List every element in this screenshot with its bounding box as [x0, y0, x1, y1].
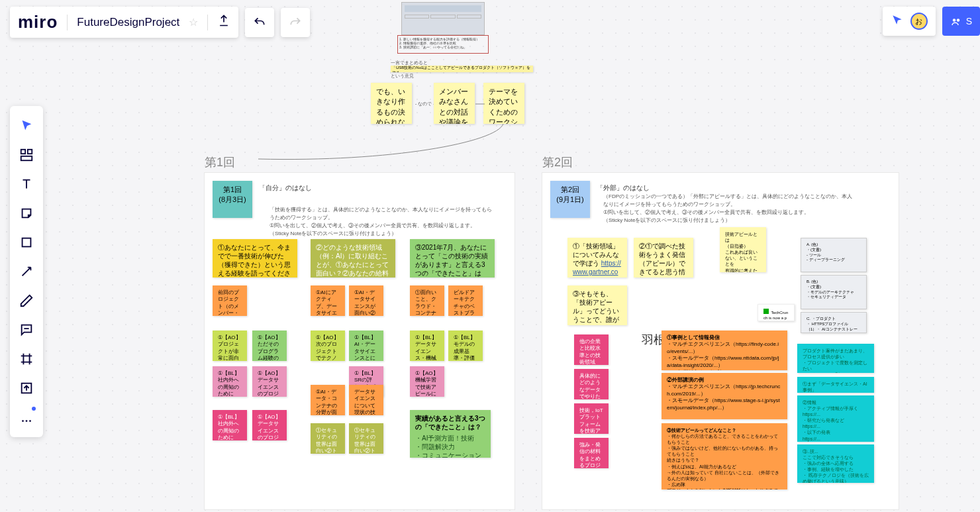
side-note[interactable]: 技術アピールとは （目指姿） これあれば良いない、ということを 有識的に考えたと… — [720, 227, 766, 272]
select-tool[interactable] — [13, 113, 40, 139]
summary-sub: という意見 — [391, 73, 414, 79]
sticky-note[interactable]: ①AIにアクティブ、データサイエンス、ソフトウェア・技術で面白い②いまだ指のせい — [311, 285, 345, 316]
techcrunch-card[interactable]: TechCrunch is now a part of Verizon Medi… — [758, 304, 795, 321]
comment-tool[interactable] — [13, 317, 40, 343]
frame-1[interactable]: 第1回 第1回 (8月3日) 「自分」のはなし 「技術を獲得する」とは、具体的に… — [204, 172, 515, 510]
connector-line — [258, 123, 523, 179]
sticky-note[interactable]: データサイエンスについて現状の技術持っている感覚 — [349, 385, 383, 415]
sticky-note[interactable]: ①【BL】モデルの成果基準・評価が重要 — [448, 331, 483, 361]
teal-note[interactable]: ②情報 ・アクティブ情報が手厚く https://... ・研究だら発表など h… — [797, 395, 874, 442]
upload-tool[interactable] — [13, 375, 40, 401]
sticky-note[interactable]: 強み・発信の材料をまとめるプロジェクト — [574, 438, 609, 468]
sticky-note[interactable]: ①【AO】機械学習で技術アピールになりそう — [410, 366, 444, 397]
frame2-title: 「外部」のはなし — [597, 183, 650, 193]
line-tool[interactable] — [13, 258, 40, 285]
sticky-tool[interactable] — [13, 200, 40, 227]
star-icon[interactable]: ☆ — [189, 16, 198, 28]
title: ②外部講演の例 — [667, 377, 782, 384]
red-highlight-box[interactable]: 1. 新しい情報を獲得する能力を評価する（情報取得） 2. 情報獲得の進捗、他社… — [397, 35, 489, 54]
svg-point-9 — [29, 420, 31, 422]
undo-button[interactable] — [245, 8, 274, 37]
summary-title: 実績があると言える3つの「できたこと」は？ — [415, 414, 485, 431]
frame1-q3[interactable]: ③2021年7月、あなたにとって「この技術の実績があります」と言える3つの「でき… — [410, 239, 495, 278]
title: ①事例として情報発信 — [667, 334, 782, 341]
svg-rect-2 — [21, 150, 25, 154]
sticky-note[interactable]: ①【AO】ただそのプログラム経験の間 — [252, 331, 287, 361]
collab-box: お — [883, 7, 936, 36]
sticky-note[interactable]: ①【BL】AI・データサイエンスとにかく — [349, 331, 383, 361]
frame1-badge[interactable]: 第1回 (8月3日) — [213, 181, 252, 218]
teal-note[interactable]: プロダクト案件がまだあまり、プロセス提供が多い ・プロジェクトで度数を測定したい… — [797, 344, 874, 373]
topnote-3[interactable]: テーマを決めていくためのワークショップ — [483, 83, 524, 124]
big-orange-2[interactable]: ②外部講演の例 ・マルチエクスペリエンス（https://jp.techcrun… — [662, 373, 787, 419]
frame-2[interactable]: 第2回 第2回 (9月1日) 「外部」のはなし （FDPのミッションの一つである… — [542, 172, 899, 510]
sticky-note[interactable]: ①面白いこと、クラウド・コンテナ②その質問自体を考えていい — [410, 285, 444, 316]
sticky-note[interactable]: ①セキュリティの世界は面白い②トレンドだから — [311, 423, 345, 454]
topnote-2[interactable]: メンバーみなさんとの対話や議論を通じて — [434, 83, 475, 124]
frame1-summary[interactable]: 実績があると言える3つの「できたこと」は？ ・AI予測方面！技術 ・問題解決力 … — [410, 410, 491, 458]
frame1-desc: 「技術を獲得する」とは、具体的にどのようなことなのか、本人なりにイメージを持って… — [270, 206, 495, 238]
frame2-q3[interactable]: ③そもそも、「技術アピール」ってどういうことで、誰がうれしいのか？ — [567, 285, 627, 325]
gray-box[interactable]: A. (色) ・(文書) - ツール - ディープラーニング — [801, 238, 867, 272]
connector-label-1: - なので - — [415, 101, 435, 107]
canvas[interactable]: 1. 新しい情報を獲得する能力を評価する（情報取得） 2. 情報獲得の進捗、他社… — [0, 0, 980, 512]
teal-note[interactable]: ①まず「データサイエンス・AI事例」 ・https://www.google.c… — [797, 377, 874, 393]
share-button[interactable]: S — [942, 7, 980, 36]
sticky-note[interactable]: ①セキュリティの世界は面白い②トレンドだから — [349, 423, 383, 454]
redo-button[interactable] — [281, 8, 310, 37]
topnote-1[interactable]: でも、いきなり作るもの決められないよね？ — [371, 83, 412, 124]
frame-1-label[interactable]: 第1回 — [205, 154, 235, 170]
sticky-note[interactable]: ①【AO】プロジェクトが非常に面白かった — [213, 331, 247, 361]
image-thumbnail[interactable] — [401, 2, 485, 35]
toolbar-main: miro FutureDesignProject ☆ — [10, 7, 238, 38]
teal-note[interactable]: ③..技... ここで対応できそうなら ・強みの全体へ応用する ・事例、経験を増… — [797, 444, 874, 483]
sticky-note[interactable]: ①AI・データ・コンテナの分野が面白い②データは前提条件 — [311, 385, 345, 415]
frame1-q2[interactable]: ②どのような技術領域（例：AI）に取り組むことが、①あなたにとって面白い？②あな… — [311, 239, 395, 278]
frame2-badge[interactable]: 第2回 (9月1日) — [550, 181, 590, 218]
miro-logo[interactable]: miro — [18, 12, 58, 32]
sticky-note[interactable]: 技術，IoTプラットフォームを技術アピールしてもらえる — [574, 403, 609, 434]
sticky-note[interactable]: 具体的にどのようなデータでやりたいか選定する — [574, 369, 609, 399]
sticky-note[interactable]: ①【BL】データサイエンス・機械学習の分野の領域 — [410, 331, 444, 361]
sticky-note[interactable]: 前回のプロジェクト（のメンバー・やり方）うまくいった方法がある — [213, 285, 247, 316]
summary-highlight[interactable]: 「USB技術のNo1はこことしてアピールできるプロダクト（ソフトウェア）を作る」 — [391, 66, 533, 72]
svg-rect-3 — [28, 150, 32, 154]
sticky-note[interactable]: ビルドアーキテクチャのベストプラクティス、新技術が面白い — [448, 285, 483, 316]
more-tools[interactable] — [13, 404, 40, 431]
share-label: S — [966, 16, 972, 26]
sticky-note[interactable]: ①AI・データサイエンスが面白い②給料、人事評価につながる — [349, 285, 383, 316]
frame2-q2[interactable]: ②①で調べた技術をうまく発信（アピール）できてると思う情報をググろう — [634, 238, 693, 278]
connector-line — [475, 101, 485, 107]
templates-tool[interactable] — [13, 142, 40, 168]
cursor-icon[interactable] — [891, 13, 904, 30]
frame1-title: 「自分」のはなし — [259, 183, 312, 193]
frame2-q1[interactable]: ①「技術領域」についてみんなで学ぼう https://www.gartner.c… — [567, 238, 627, 278]
sticky-note[interactable]: ①【AO】データサイエンスのプロジェクトの課題 — [252, 366, 287, 397]
board-title[interactable]: FutureDesignProject — [77, 16, 179, 29]
sticky-note[interactable]: ①【AO】データサイエンスのプロジェクトの課題 — [252, 410, 287, 440]
frame1-q1[interactable]: ①あなたにとって、今までで一番技術が伸びた（獲得できた）という思える経験を語って… — [213, 239, 297, 278]
frame-tool[interactable] — [13, 346, 40, 372]
title: ③技術アピールってどんなこと？ — [667, 427, 782, 433]
sticky-note[interactable]: ①【AO】次のプロジェクトでテクノロジーとして — [311, 331, 345, 361]
svg-point-7 — [22, 420, 24, 422]
avatar[interactable]: お — [910, 13, 928, 30]
gray-box[interactable]: B. (色) ・(文書) ・モデルのアーキテクチャ ・セキュリティデータ — [801, 275, 867, 309]
sticky-note[interactable]: ①【BL】社内外への周知のために — [213, 366, 247, 397]
svg-point-0 — [952, 19, 956, 22]
export-icon[interactable] — [217, 14, 230, 30]
svg-point-8 — [26, 420, 28, 422]
svg-rect-5 — [23, 238, 31, 247]
divider — [67, 15, 68, 30]
sticky-note[interactable]: 他の企業と比較水準との技術領域 — [574, 334, 609, 365]
big-orange-3[interactable]: ③技術アピールってどんなこと？ ・何かしらの方法であること、できることをわかって… — [662, 423, 787, 489]
sticky-note[interactable]: ①【BL】社内外への周知のために — [213, 410, 247, 440]
pen-tool[interactable] — [13, 287, 40, 314]
frame-2-label[interactable]: 第2回 — [542, 154, 573, 170]
text-tool[interactable] — [13, 171, 40, 197]
big-orange-1[interactable]: ①事例として情報発信 ・マルチエクスペリエンス（https://findy-co… — [662, 331, 787, 370]
gray-box[interactable]: C. ・プロダクト ・ HTTPSプロファイル （1）・ AIコンテナストレージ… — [801, 312, 867, 333]
body: ・マルチエクスペリエンス（https://jp.techcrunch.com/2… — [667, 384, 782, 411]
left-toolbar — [10, 106, 43, 437]
shape-tool[interactable] — [13, 229, 40, 256]
